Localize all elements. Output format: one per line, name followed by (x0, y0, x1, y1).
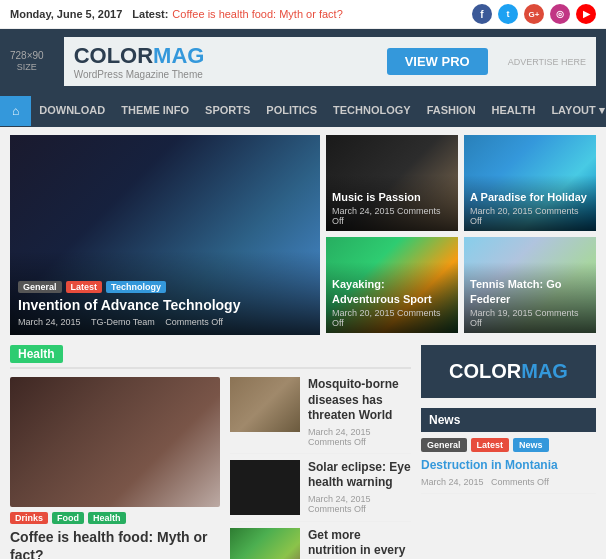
date: Monday, June 5, 2017 (10, 8, 122, 20)
tag-drinks[interactable]: Drinks (10, 512, 48, 524)
banner-inner: COLOR MAG WordPress Magazine Theme VIEW … (64, 37, 596, 86)
side-card-overlay-tennis: Tennis Match: Go Federer March 19, 2015 … (464, 262, 596, 333)
health-article-nutrition: Get more nutrition in every bite March 2… (230, 528, 411, 559)
banner-cta-button[interactable]: VIEW PRO (387, 48, 488, 75)
side-card-holiday[interactable]: A Paradise for Holiday March 20, 2015 Co… (464, 135, 596, 231)
health-article-img-solar[interactable] (230, 460, 300, 515)
sidebar-article-meta: March 24, 2015 Comments Off (421, 477, 596, 487)
side-card-tennis[interactable]: Tennis Match: Go Federer March 19, 2015 … (464, 237, 596, 333)
nav-items: DOWNLOAD THEME INFO SPORTS POLITICS TECH… (31, 94, 606, 127)
tag-technology[interactable]: Technology (106, 281, 166, 293)
tag-latest[interactable]: Latest (66, 281, 103, 293)
banner-size: 728×90 SIZE (10, 50, 44, 73)
health-article-img-mosquito[interactable] (230, 377, 300, 432)
banner-tagline: WordPress Magazine Theme (74, 69, 205, 80)
featured-main-overlay: General Latest Technology Invention of A… (10, 251, 320, 335)
youtube-icon[interactable]: ▶ (576, 4, 596, 24)
side-card-title-music: Music is Passion (332, 190, 452, 204)
main-content: General Latest Technology Invention of A… (0, 127, 606, 559)
featured-main-meta: March 24, 2015 TG-Demo Team Comments Off (18, 317, 312, 327)
health-article-title-nutrition[interactable]: Get more nutrition in every bite (308, 528, 411, 559)
health-article-content-nutrition: Get more nutrition in every bite March 2… (308, 528, 411, 559)
sidebar-news-article: Destruction in Montania March 24, 2015 C… (421, 458, 596, 494)
nav-theme-info[interactable]: THEME INFO (113, 94, 197, 127)
sidebar-tag-news[interactable]: News (513, 438, 549, 452)
sidebar-article-title[interactable]: Destruction in Montania (421, 458, 596, 474)
side-card-meta-kayak: March 20, 2015 Comments Off (332, 308, 452, 328)
health-right: Mosquito-borne diseases has threaten Wor… (230, 377, 411, 559)
side-card-meta-music: March 24, 2015 Comments Off (332, 206, 452, 226)
navigation: ⌂ DOWNLOAD THEME INFO SPORTS POLITICS TE… (0, 94, 606, 127)
social-icons: f t G+ ◎ ▶ (472, 4, 596, 24)
side-card-kayak[interactable]: Kayaking: Adventurous Sport March 20, 20… (326, 237, 458, 333)
health-main-image[interactable] (10, 377, 220, 507)
featured-section: General Latest Technology Invention of A… (10, 135, 596, 335)
side-card-overlay: Music is Passion March 24, 2015 Comments… (326, 175, 458, 231)
nav-home-button[interactable]: ⌂ (0, 96, 31, 126)
banner-logo-color: COLOR (74, 43, 153, 69)
sidebar-logo-color: COLOR (449, 360, 521, 382)
nav-layout[interactable]: LAYOUT (543, 94, 606, 127)
tag-food[interactable]: Food (52, 512, 84, 524)
side-card-overlay-holiday: A Paradise for Holiday March 20, 2015 Co… (464, 175, 596, 231)
featured-date: March 24, 2015 (18, 317, 81, 327)
banner-advertise: ADVERTISE HERE (508, 57, 586, 67)
tag-health-g[interactable]: Health (88, 512, 126, 524)
side-card-meta-holiday: March 20, 2015 Comments Off (470, 206, 590, 226)
featured-author: TG-Demo Team (91, 317, 155, 327)
top-bar: Monday, June 5, 2017 Latest: Coffee is h… (0, 0, 606, 29)
tag-general[interactable]: General (18, 281, 62, 293)
banner: 728×90 SIZE COLOR MAG WordPress Magazine… (0, 29, 606, 94)
two-column-layout: Health Drinks Food Health Coffee is heal… (10, 345, 596, 559)
health-article-img-nutrition[interactable] (230, 528, 300, 559)
health-section-tag[interactable]: Health (10, 345, 63, 363)
latest-article-link[interactable]: Coffee is health food: Myth or fact? (172, 8, 342, 20)
sidebar-logo-mag: MAG (521, 360, 568, 382)
sidebar: COLORMAG News General Latest News Destru… (421, 345, 596, 559)
health-article-solar: Solar eclipse: Eye health warning March … (230, 460, 411, 522)
featured-tags: General Latest Technology (18, 281, 312, 293)
featured-side: Music is Passion March 24, 2015 Comments… (326, 135, 596, 335)
banner-logo-mag: MAG (153, 43, 204, 69)
latest-label: Latest: (132, 8, 168, 20)
nav-politics[interactable]: POLITICS (258, 94, 325, 127)
featured-main-title: Invention of Advance Technology (18, 297, 312, 313)
sidebar-ad: COLORMAG (421, 345, 596, 398)
health-article-title-solar[interactable]: Solar eclipse: Eye health warning (308, 460, 411, 491)
googleplus-icon[interactable]: G+ (524, 4, 544, 24)
featured-side-bottom: Kayaking: Adventurous Sport March 20, 20… (326, 237, 596, 333)
nav-sports[interactable]: SPORTS (197, 94, 258, 127)
health-section: Drinks Food Health Coffee is health food… (10, 377, 411, 559)
health-article-title-mosquito[interactable]: Mosquito-borne diseases has threaten Wor… (308, 377, 411, 424)
health-article-content-mosquito: Mosquito-borne diseases has threaten Wor… (308, 377, 411, 447)
health-article-meta-mosquito: March 24, 2015 Comments Off (308, 427, 411, 447)
nav-health[interactable]: HEALTH (484, 94, 544, 127)
side-card-title-kayak: Kayaking: Adventurous Sport (332, 277, 452, 306)
nav-technology[interactable]: TECHNOLOGY (325, 94, 419, 127)
featured-main-article[interactable]: General Latest Technology Invention of A… (10, 135, 320, 335)
sidebar-tag-general[interactable]: General (421, 438, 467, 452)
featured-comments: Comments Off (165, 317, 223, 327)
side-card-title-holiday: A Paradise for Holiday (470, 190, 590, 204)
sidebar-news: News General Latest News Destruction in … (421, 408, 596, 494)
side-card-title-tennis: Tennis Match: Go Federer (470, 277, 590, 306)
health-section-header: Health (10, 345, 411, 369)
sidebar-news-tags: General Latest News (421, 438, 596, 452)
side-card-meta-tennis: March 19, 2015 Comments Off (470, 308, 590, 328)
main-column: Health Drinks Food Health Coffee is heal… (10, 345, 411, 559)
health-article-meta-solar: March 24, 2015 Comments Off (308, 494, 411, 514)
health-main-tags: Drinks Food Health (10, 512, 220, 524)
twitter-icon[interactable]: t (498, 4, 518, 24)
nav-fashion[interactable]: FASHION (419, 94, 484, 127)
instagram-icon[interactable]: ◎ (550, 4, 570, 24)
health-main-title[interactable]: Coffee is health food: Myth or fact? (10, 528, 220, 559)
health-article-mosquito: Mosquito-borne diseases has threaten Wor… (230, 377, 411, 454)
side-card-overlay-kayak: Kayaking: Adventurous Sport March 20, 20… (326, 262, 458, 333)
facebook-icon[interactable]: f (472, 4, 492, 24)
health-article-content-solar: Solar eclipse: Eye health warning March … (308, 460, 411, 515)
side-card-music[interactable]: Music is Passion March 24, 2015 Comments… (326, 135, 458, 231)
sidebar-news-header: News (421, 408, 596, 432)
nav-download[interactable]: DOWNLOAD (31, 94, 113, 127)
health-left: Drinks Food Health Coffee is health food… (10, 377, 220, 559)
sidebar-tag-latest[interactable]: Latest (471, 438, 510, 452)
